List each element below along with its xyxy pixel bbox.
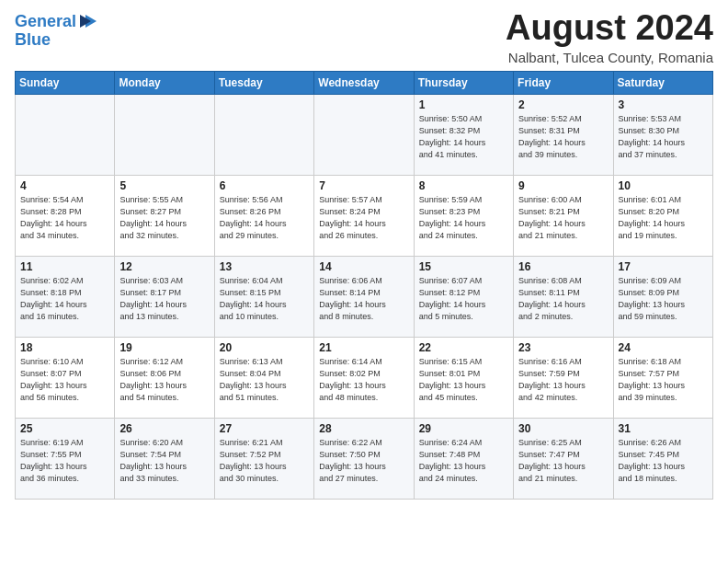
day-info: Sunrise: 5:57 AM Sunset: 8:24 PM Dayligh…: [319, 194, 408, 242]
day-info: Sunrise: 6:04 AM Sunset: 8:15 PM Dayligh…: [220, 275, 309, 323]
day-number: 13: [220, 260, 309, 273]
day-cell: 15Sunrise: 6:07 AM Sunset: 8:12 PM Dayli…: [414, 256, 513, 337]
day-number: 20: [220, 341, 309, 354]
day-number: 28: [319, 422, 408, 435]
day-cell: 11Sunrise: 6:02 AM Sunset: 8:18 PM Dayli…: [16, 256, 115, 337]
day-number: 23: [518, 341, 608, 354]
day-info: Sunrise: 6:03 AM Sunset: 8:17 PM Dayligh…: [119, 275, 209, 323]
day-header-thursday: Thursday: [414, 71, 513, 94]
day-cell: 13Sunrise: 6:04 AM Sunset: 8:15 PM Dayli…: [214, 256, 313, 337]
calendar-body: 1Sunrise: 5:50 AM Sunset: 8:32 PM Daylig…: [16, 94, 713, 499]
logo-text: General: [15, 13, 76, 31]
day-info: Sunrise: 5:59 AM Sunset: 8:23 PM Dayligh…: [419, 194, 508, 242]
header-row: SundayMondayTuesdayWednesdayThursdayFrid…: [16, 71, 713, 94]
day-cell: 6Sunrise: 5:56 AM Sunset: 8:26 PM Daylig…: [214, 175, 313, 256]
day-info: Sunrise: 5:56 AM Sunset: 8:26 PM Dayligh…: [220, 194, 309, 242]
day-info: Sunrise: 6:13 AM Sunset: 8:04 PM Dayligh…: [220, 356, 309, 404]
day-info: Sunrise: 6:26 AM Sunset: 7:45 PM Dayligh…: [619, 437, 708, 485]
logo: General Blue: [15, 13, 98, 50]
header: General Blue August 2024 Nalbant, Tulcea…: [15, 9, 713, 65]
day-cell: [214, 94, 313, 175]
day-number: 25: [20, 422, 109, 435]
day-number: 9: [518, 179, 608, 192]
day-number: 5: [119, 179, 209, 192]
day-number: 30: [518, 422, 608, 435]
day-number: 29: [419, 422, 508, 435]
day-cell: 29Sunrise: 6:24 AM Sunset: 7:48 PM Dayli…: [414, 418, 513, 499]
day-cell: 7Sunrise: 5:57 AM Sunset: 8:24 PM Daylig…: [314, 175, 414, 256]
day-cell: 12Sunrise: 6:03 AM Sunset: 8:17 PM Dayli…: [115, 256, 214, 337]
day-info: Sunrise: 6:24 AM Sunset: 7:48 PM Dayligh…: [419, 437, 508, 485]
day-number: 16: [518, 260, 608, 273]
day-header-monday: Monday: [115, 71, 214, 94]
day-number: 3: [619, 98, 708, 111]
day-info: Sunrise: 6:12 AM Sunset: 8:06 PM Dayligh…: [119, 356, 209, 404]
day-header-friday: Friday: [514, 71, 613, 94]
day-cell: [115, 94, 214, 175]
day-info: Sunrise: 6:01 AM Sunset: 8:20 PM Dayligh…: [619, 194, 708, 242]
logo-text2: Blue: [15, 31, 98, 50]
week-row-4: 18Sunrise: 6:10 AM Sunset: 8:07 PM Dayli…: [16, 337, 713, 418]
day-number: 17: [619, 260, 708, 273]
day-cell: 18Sunrise: 6:10 AM Sunset: 8:07 PM Dayli…: [16, 337, 115, 418]
day-cell: 30Sunrise: 6:25 AM Sunset: 7:47 PM Dayli…: [514, 418, 613, 499]
day-cell: 24Sunrise: 6:18 AM Sunset: 7:57 PM Dayli…: [613, 337, 712, 418]
day-info: Sunrise: 6:14 AM Sunset: 8:02 PM Dayligh…: [319, 356, 408, 404]
day-cell: 17Sunrise: 6:09 AM Sunset: 8:09 PM Dayli…: [613, 256, 712, 337]
day-info: Sunrise: 5:54 AM Sunset: 8:28 PM Dayligh…: [20, 194, 109, 242]
day-cell: 31Sunrise: 6:26 AM Sunset: 7:45 PM Dayli…: [613, 418, 712, 499]
day-info: Sunrise: 6:02 AM Sunset: 8:18 PM Dayligh…: [20, 275, 109, 323]
day-cell: 28Sunrise: 6:22 AM Sunset: 7:50 PM Dayli…: [314, 418, 414, 499]
day-number: 8: [419, 179, 508, 192]
week-row-2: 4Sunrise: 5:54 AM Sunset: 8:28 PM Daylig…: [16, 175, 713, 256]
day-number: 2: [518, 98, 608, 111]
calendar-header: SundayMondayTuesdayWednesdayThursdayFrid…: [16, 71, 713, 94]
day-info: Sunrise: 6:22 AM Sunset: 7:50 PM Dayligh…: [319, 437, 408, 485]
subtitle: Nalbant, Tulcea County, Romania: [506, 50, 713, 65]
day-cell: 22Sunrise: 6:15 AM Sunset: 8:01 PM Dayli…: [414, 337, 513, 418]
day-cell: 26Sunrise: 6:20 AM Sunset: 7:54 PM Dayli…: [115, 418, 214, 499]
logo-icon: [78, 11, 98, 31]
day-cell: 14Sunrise: 6:06 AM Sunset: 8:14 PM Dayli…: [314, 256, 414, 337]
day-info: Sunrise: 6:18 AM Sunset: 7:57 PM Dayligh…: [619, 356, 708, 404]
day-cell: 10Sunrise: 6:01 AM Sunset: 8:20 PM Dayli…: [613, 175, 712, 256]
day-info: Sunrise: 6:10 AM Sunset: 8:07 PM Dayligh…: [20, 356, 109, 404]
day-number: 14: [319, 260, 408, 273]
day-number: 10: [619, 179, 708, 192]
day-info: Sunrise: 5:52 AM Sunset: 8:31 PM Dayligh…: [518, 113, 608, 161]
day-number: 12: [119, 260, 209, 273]
day-cell: [16, 94, 115, 175]
day-cell: 2Sunrise: 5:52 AM Sunset: 8:31 PM Daylig…: [514, 94, 613, 175]
week-row-5: 25Sunrise: 6:19 AM Sunset: 7:55 PM Dayli…: [16, 418, 713, 499]
day-cell: 23Sunrise: 6:16 AM Sunset: 7:59 PM Dayli…: [514, 337, 613, 418]
title-block: August 2024 Nalbant, Tulcea County, Roma…: [506, 9, 713, 65]
day-info: Sunrise: 6:15 AM Sunset: 8:01 PM Dayligh…: [419, 356, 508, 404]
day-cell: 27Sunrise: 6:21 AM Sunset: 7:52 PM Dayli…: [214, 418, 313, 499]
day-number: 31: [619, 422, 708, 435]
day-header-sunday: Sunday: [16, 71, 115, 94]
day-number: 6: [220, 179, 309, 192]
day-info: Sunrise: 6:09 AM Sunset: 8:09 PM Dayligh…: [619, 275, 708, 323]
day-info: Sunrise: 5:53 AM Sunset: 8:30 PM Dayligh…: [619, 113, 708, 161]
page: General Blue August 2024 Nalbant, Tulcea…: [0, 0, 728, 514]
day-info: Sunrise: 6:00 AM Sunset: 8:21 PM Dayligh…: [518, 194, 608, 242]
day-number: 7: [319, 179, 408, 192]
calendar: SundayMondayTuesdayWednesdayThursdayFrid…: [15, 71, 713, 500]
day-number: 11: [20, 260, 109, 273]
day-info: Sunrise: 6:21 AM Sunset: 7:52 PM Dayligh…: [220, 437, 309, 485]
day-info: Sunrise: 6:08 AM Sunset: 8:11 PM Dayligh…: [518, 275, 608, 323]
day-cell: 3Sunrise: 5:53 AM Sunset: 8:30 PM Daylig…: [613, 94, 712, 175]
main-title: August 2024: [506, 9, 713, 48]
day-number: 26: [119, 422, 209, 435]
day-number: 1: [419, 98, 508, 111]
day-cell: 21Sunrise: 6:14 AM Sunset: 8:02 PM Dayli…: [314, 337, 414, 418]
day-cell: 1Sunrise: 5:50 AM Sunset: 8:32 PM Daylig…: [414, 94, 513, 175]
day-cell: 20Sunrise: 6:13 AM Sunset: 8:04 PM Dayli…: [214, 337, 313, 418]
day-info: Sunrise: 6:07 AM Sunset: 8:12 PM Dayligh…: [419, 275, 508, 323]
day-header-tuesday: Tuesday: [214, 71, 313, 94]
day-number: 4: [20, 179, 109, 192]
day-cell: 9Sunrise: 6:00 AM Sunset: 8:21 PM Daylig…: [514, 175, 613, 256]
day-cell: 25Sunrise: 6:19 AM Sunset: 7:55 PM Dayli…: [16, 418, 115, 499]
day-cell: 4Sunrise: 5:54 AM Sunset: 8:28 PM Daylig…: [16, 175, 115, 256]
day-number: 27: [220, 422, 309, 435]
